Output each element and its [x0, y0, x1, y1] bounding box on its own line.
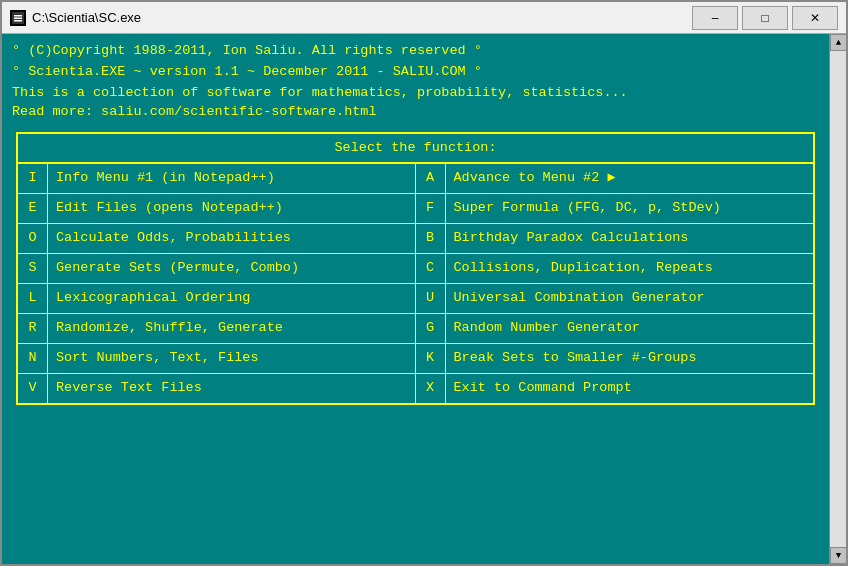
menu-row[interactable]: L Lexicographical Ordering U Universal C… [18, 284, 813, 314]
menu-key-right[interactable]: G [416, 314, 446, 343]
scroll-track[interactable] [830, 51, 846, 547]
menu-row[interactable]: I Info Menu #1 (in Notepad++) A Advance … [18, 164, 813, 194]
menu-label-right: Collisions, Duplication, Repeats [446, 254, 721, 283]
menu-label-right: Advance to Menu #2 ▶ [446, 164, 624, 193]
menu-title: Select the function: [18, 134, 813, 165]
menu-key-left[interactable]: S [18, 254, 48, 283]
svg-rect-2 [14, 17, 22, 19]
scroll-up-button[interactable]: ▲ [830, 34, 846, 51]
menu-cell-right[interactable]: K Break Sets to Smaller #-Groups [416, 344, 814, 373]
menu-cell-left[interactable]: L Lexicographical Ordering [18, 284, 416, 313]
maximize-button[interactable]: □ [742, 6, 788, 30]
menu-cell-right[interactable]: U Universal Combination Generator [416, 284, 814, 313]
title-bar: C:\Scientia\SC.exe – □ ✕ [2, 2, 846, 34]
menu-cell-right[interactable]: F Super Formula (FFG, DC, p, StDev) [416, 194, 814, 223]
menu-row[interactable]: V Reverse Text Files X Exit to Command P… [18, 374, 813, 403]
menu-cell-left[interactable]: I Info Menu #1 (in Notepad++) [18, 164, 416, 193]
menu-label-left: Sort Numbers, Text, Files [48, 344, 267, 373]
menu-row[interactable]: N Sort Numbers, Text, Files K Break Sets… [18, 344, 813, 374]
scroll-down-button[interactable]: ▼ [830, 547, 846, 564]
menu-cell-right[interactable]: A Advance to Menu #2 ▶ [416, 164, 814, 193]
menu-cell-left[interactable]: O Calculate Odds, Probabilities [18, 224, 416, 253]
menu-key-right[interactable]: U [416, 284, 446, 313]
menu-key-left[interactable]: O [18, 224, 48, 253]
main-window: C:\Scientia\SC.exe – □ ✕ ° (C)Copyright … [0, 0, 848, 566]
console-content: ° (C)Copyright 1988-2011, Ion Saliu. All… [2, 34, 829, 564]
readmore-line: Read more: saliu.com/scientific-software… [12, 103, 819, 122]
menu-label-left: Generate Sets (Permute, Combo) [48, 254, 307, 283]
menu-row[interactable]: R Randomize, Shuffle, Generate G Random … [18, 314, 813, 344]
menu-key-left[interactable]: L [18, 284, 48, 313]
menu-cell-left[interactable]: V Reverse Text Files [18, 374, 416, 403]
menu-label-right: Super Formula (FFG, DC, p, StDev) [446, 194, 729, 223]
menu-label-right: Universal Combination Generator [446, 284, 713, 313]
close-button[interactable]: ✕ [792, 6, 838, 30]
menu-key-right[interactable]: B [416, 224, 446, 253]
menu-key-left[interactable]: N [18, 344, 48, 373]
menu-label-right: Birthday Paradox Calculations [446, 224, 697, 253]
copyright-line: ° (C)Copyright 1988-2011, Ion Saliu. All… [12, 42, 819, 61]
menu-key-left[interactable]: I [18, 164, 48, 193]
window-title: C:\Scientia\SC.exe [32, 10, 692, 25]
menu-cell-right[interactable]: G Random Number Generator [416, 314, 814, 343]
menu-label-right: Exit to Command Prompt [446, 374, 640, 403]
description-line: This is a collection of software for mat… [12, 84, 819, 103]
svg-rect-1 [14, 15, 22, 17]
menu-key-right[interactable]: C [416, 254, 446, 283]
menu-key-right[interactable]: K [416, 344, 446, 373]
version-line: ° Scientia.EXE ~ version 1.1 ~ December … [12, 63, 819, 82]
menu-label-right: Break Sets to Smaller #-Groups [446, 344, 705, 373]
window-icon [10, 10, 26, 26]
menu-key-left[interactable]: V [18, 374, 48, 403]
menu-label-left: Info Menu #1 (in Notepad++) [48, 164, 283, 193]
menu-cell-left[interactable]: R Randomize, Shuffle, Generate [18, 314, 416, 343]
svg-rect-3 [14, 20, 22, 22]
menu-container: Select the function: I Info Menu #1 (in … [16, 132, 815, 405]
menu-cell-right[interactable]: C Collisions, Duplication, Repeats [416, 254, 814, 283]
menu-key-right[interactable]: A [416, 164, 446, 193]
menu-rows: I Info Menu #1 (in Notepad++) A Advance … [18, 164, 813, 402]
menu-row[interactable]: O Calculate Odds, Probabilities B Birthd… [18, 224, 813, 254]
menu-key-right[interactable]: F [416, 194, 446, 223]
menu-label-left: Randomize, Shuffle, Generate [48, 314, 291, 343]
scrollbar[interactable]: ▲ ▼ [829, 34, 846, 564]
menu-cell-right[interactable]: B Birthday Paradox Calculations [416, 224, 814, 253]
menu-label-left: Edit Files (opens Notepad++) [48, 194, 291, 223]
menu-label-left: Lexicographical Ordering [48, 284, 258, 313]
console-area: ° (C)Copyright 1988-2011, Ion Saliu. All… [2, 34, 846, 564]
menu-cell-left[interactable]: S Generate Sets (Permute, Combo) [18, 254, 416, 283]
menu-cell-left[interactable]: E Edit Files (opens Notepad++) [18, 194, 416, 223]
menu-row[interactable]: S Generate Sets (Permute, Combo) C Colli… [18, 254, 813, 284]
menu-key-left[interactable]: R [18, 314, 48, 343]
menu-key-right[interactable]: X [416, 374, 446, 403]
minimize-button[interactable]: – [692, 6, 738, 30]
menu-label-right: Random Number Generator [446, 314, 648, 343]
menu-row[interactable]: E Edit Files (opens Notepad++) F Super F… [18, 194, 813, 224]
menu-label-left: Reverse Text Files [48, 374, 210, 403]
menu-label-left: Calculate Odds, Probabilities [48, 224, 299, 253]
menu-key-left[interactable]: E [18, 194, 48, 223]
menu-cell-right[interactable]: X Exit to Command Prompt [416, 374, 814, 403]
window-controls: – □ ✕ [692, 6, 838, 30]
menu-cell-left[interactable]: N Sort Numbers, Text, Files [18, 344, 416, 373]
